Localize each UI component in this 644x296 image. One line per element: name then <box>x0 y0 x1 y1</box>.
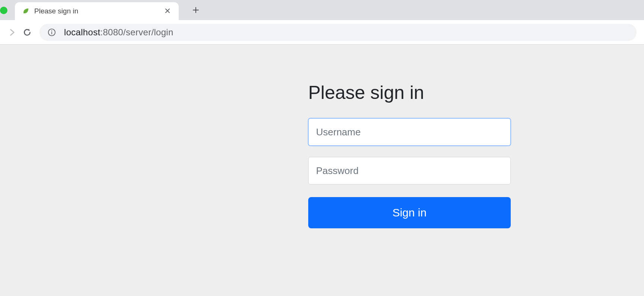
new-tab-button[interactable] <box>189 3 203 17</box>
address-bar: localhost:8080/server/login <box>0 20 644 45</box>
page-content: Please sign in Sign in <box>0 45 644 296</box>
close-tab-icon[interactable] <box>163 5 172 17</box>
svg-point-1 <box>51 30 52 31</box>
password-input[interactable] <box>308 157 511 184</box>
tab-bar: Please sign in <box>0 0 644 20</box>
url-path: :8080/server/login <box>100 27 173 37</box>
spring-leaf-icon <box>22 7 30 15</box>
site-info-icon[interactable] <box>48 28 56 36</box>
url-text: localhost:8080/server/login <box>64 27 173 38</box>
svg-rect-2 <box>51 32 52 34</box>
page-title: Please sign in <box>308 82 511 103</box>
url-host: localhost <box>64 27 100 37</box>
traffic-light-green[interactable] <box>0 7 7 14</box>
login-form: Please sign in Sign in <box>308 82 511 296</box>
browser-tab[interactable]: Please sign in <box>15 2 179 20</box>
url-field[interactable]: localhost:8080/server/login <box>39 24 637 41</box>
browser-chrome: Please sign in <box>0 0 644 45</box>
forward-icon[interactable] <box>7 28 17 37</box>
tab-title: Please sign in <box>34 7 163 15</box>
username-input[interactable] <box>308 118 511 146</box>
nav-controls <box>0 28 39 37</box>
reload-icon[interactable] <box>22 28 32 37</box>
sign-in-button[interactable]: Sign in <box>308 197 511 228</box>
